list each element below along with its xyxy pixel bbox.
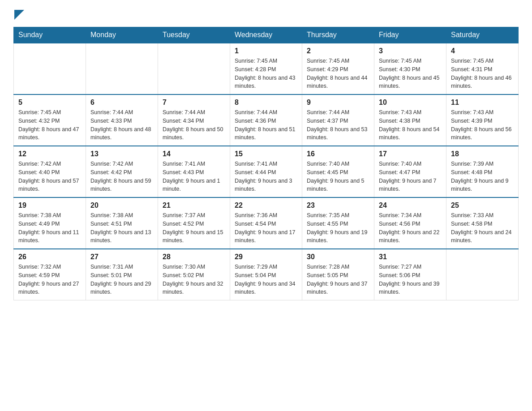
day-info: Sunrise: 7:27 AM Sunset: 5:06 PM Dayligh… <box>379 263 442 296</box>
day-info: Sunrise: 7:44 AM Sunset: 4:37 PM Dayligh… <box>307 108 369 142</box>
calendar-week-row: 19Sunrise: 7:38 AM Sunset: 4:49 PM Dayli… <box>14 197 519 249</box>
calendar-cell: 19Sunrise: 7:38 AM Sunset: 4:49 PM Dayli… <box>14 197 86 249</box>
day-info: Sunrise: 7:28 AM Sunset: 5:05 PM Dayligh… <box>307 263 369 296</box>
day-number: 14 <box>163 150 225 158</box>
day-info: Sunrise: 7:38 AM Sunset: 4:49 PM Dayligh… <box>18 211 81 245</box>
calendar-cell: 29Sunrise: 7:29 AM Sunset: 5:04 PM Dayli… <box>230 249 302 300</box>
day-number: 30 <box>307 253 369 261</box>
calendar-cell: 27Sunrise: 7:31 AM Sunset: 5:01 PM Dayli… <box>86 249 158 300</box>
header-thursday: Thursday <box>302 27 374 43</box>
calendar-table: SundayMondayTuesdayWednesdayThursdayFrid… <box>13 27 519 300</box>
day-info: Sunrise: 7:40 AM Sunset: 4:47 PM Dayligh… <box>379 160 442 193</box>
calendar-cell: 28Sunrise: 7:30 AM Sunset: 5:02 PM Dayli… <box>158 249 230 300</box>
calendar-week-row: 5Sunrise: 7:45 AM Sunset: 4:32 PM Daylig… <box>14 94 519 146</box>
calendar-cell <box>446 249 519 300</box>
day-info: Sunrise: 7:44 AM Sunset: 4:33 PM Dayligh… <box>90 108 153 142</box>
logo <box>13 9 24 18</box>
calendar-cell: 12Sunrise: 7:42 AM Sunset: 4:40 PM Dayli… <box>14 146 86 197</box>
calendar-cell: 31Sunrise: 7:27 AM Sunset: 5:06 PM Dayli… <box>374 249 446 300</box>
day-number: 5 <box>18 98 81 107</box>
day-number: 2 <box>307 47 369 55</box>
calendar-header-row: SundayMondayTuesdayWednesdayThursdayFrid… <box>14 27 519 43</box>
day-info: Sunrise: 7:37 AM Sunset: 4:52 PM Dayligh… <box>163 211 225 245</box>
calendar-cell: 5Sunrise: 7:45 AM Sunset: 4:32 PM Daylig… <box>14 94 86 146</box>
calendar-cell: 11Sunrise: 7:43 AM Sunset: 4:39 PM Dayli… <box>446 94 519 146</box>
day-number: 18 <box>451 150 514 158</box>
calendar-cell: 23Sunrise: 7:35 AM Sunset: 4:55 PM Dayli… <box>302 197 374 249</box>
day-info: Sunrise: 7:30 AM Sunset: 5:02 PM Dayligh… <box>163 263 225 296</box>
calendar-week-row: 12Sunrise: 7:42 AM Sunset: 4:40 PM Dayli… <box>14 146 519 197</box>
day-number: 7 <box>163 98 225 107</box>
day-info: Sunrise: 7:45 AM Sunset: 4:30 PM Dayligh… <box>379 57 442 90</box>
calendar-cell: 17Sunrise: 7:40 AM Sunset: 4:47 PM Dayli… <box>374 146 446 197</box>
calendar-cell: 25Sunrise: 7:33 AM Sunset: 4:58 PM Dayli… <box>446 197 519 249</box>
day-info: Sunrise: 7:44 AM Sunset: 4:36 PM Dayligh… <box>235 108 297 142</box>
header-monday: Monday <box>86 27 158 43</box>
day-info: Sunrise: 7:42 AM Sunset: 4:40 PM Dayligh… <box>18 160 81 193</box>
day-number: 16 <box>307 150 369 158</box>
page-header <box>13 9 519 18</box>
day-number: 6 <box>90 98 153 107</box>
day-info: Sunrise: 7:41 AM Sunset: 4:43 PM Dayligh… <box>163 160 225 193</box>
day-info: Sunrise: 7:45 AM Sunset: 4:28 PM Dayligh… <box>235 57 297 90</box>
day-number: 3 <box>379 47 442 55</box>
calendar-cell: 22Sunrise: 7:36 AM Sunset: 4:54 PM Dayli… <box>230 197 302 249</box>
day-number: 9 <box>307 98 369 107</box>
day-number: 23 <box>307 201 369 210</box>
day-number: 15 <box>235 150 297 158</box>
day-number: 26 <box>18 253 81 261</box>
calendar-cell <box>86 43 158 94</box>
day-number: 31 <box>379 253 442 261</box>
day-number: 8 <box>235 98 297 107</box>
day-info: Sunrise: 7:44 AM Sunset: 4:34 PM Dayligh… <box>163 108 225 142</box>
calendar-week-row: 26Sunrise: 7:32 AM Sunset: 4:59 PM Dayli… <box>14 249 519 300</box>
day-info: Sunrise: 7:39 AM Sunset: 4:48 PM Dayligh… <box>451 160 514 193</box>
calendar-cell: 2Sunrise: 7:45 AM Sunset: 4:29 PM Daylig… <box>302 43 374 94</box>
calendar-cell: 16Sunrise: 7:40 AM Sunset: 4:45 PM Dayli… <box>302 146 374 197</box>
day-number: 24 <box>379 201 442 210</box>
calendar-cell: 18Sunrise: 7:39 AM Sunset: 4:48 PM Dayli… <box>446 146 519 197</box>
day-info: Sunrise: 7:34 AM Sunset: 4:56 PM Dayligh… <box>379 211 442 245</box>
day-number: 25 <box>451 201 514 210</box>
calendar-cell: 26Sunrise: 7:32 AM Sunset: 4:59 PM Dayli… <box>14 249 86 300</box>
calendar-cell: 8Sunrise: 7:44 AM Sunset: 4:36 PM Daylig… <box>230 94 302 146</box>
day-number: 22 <box>235 201 297 210</box>
day-info: Sunrise: 7:45 AM Sunset: 4:31 PM Dayligh… <box>451 57 514 90</box>
day-number: 27 <box>90 253 153 261</box>
day-number: 1 <box>235 47 297 55</box>
day-number: 20 <box>90 201 153 210</box>
day-info: Sunrise: 7:32 AM Sunset: 4:59 PM Dayligh… <box>18 263 81 296</box>
header-friday: Friday <box>374 27 446 43</box>
calendar-cell: 3Sunrise: 7:45 AM Sunset: 4:30 PM Daylig… <box>374 43 446 94</box>
day-info: Sunrise: 7:45 AM Sunset: 4:32 PM Dayligh… <box>18 108 81 142</box>
header-tuesday: Tuesday <box>158 27 230 43</box>
day-number: 12 <box>18 150 81 158</box>
day-number: 13 <box>90 150 153 158</box>
day-number: 10 <box>379 98 442 107</box>
calendar-cell <box>158 43 230 94</box>
logo-triangle-icon <box>14 10 24 20</box>
header-saturday: Saturday <box>446 27 519 43</box>
svg-marker-0 <box>14 10 24 20</box>
day-info: Sunrise: 7:43 AM Sunset: 4:39 PM Dayligh… <box>451 108 514 142</box>
day-info: Sunrise: 7:40 AM Sunset: 4:45 PM Dayligh… <box>307 160 369 193</box>
calendar-cell: 7Sunrise: 7:44 AM Sunset: 4:34 PM Daylig… <box>158 94 230 146</box>
day-info: Sunrise: 7:36 AM Sunset: 4:54 PM Dayligh… <box>235 211 297 245</box>
day-info: Sunrise: 7:45 AM Sunset: 4:29 PM Dayligh… <box>307 57 369 90</box>
day-number: 4 <box>451 47 514 55</box>
header-sunday: Sunday <box>14 27 86 43</box>
day-info: Sunrise: 7:42 AM Sunset: 4:42 PM Dayligh… <box>90 160 153 193</box>
day-info: Sunrise: 7:38 AM Sunset: 4:51 PM Dayligh… <box>90 211 153 245</box>
day-info: Sunrise: 7:33 AM Sunset: 4:58 PM Dayligh… <box>451 211 514 245</box>
calendar-cell: 10Sunrise: 7:43 AM Sunset: 4:38 PM Dayli… <box>374 94 446 146</box>
calendar-cell: 15Sunrise: 7:41 AM Sunset: 4:44 PM Dayli… <box>230 146 302 197</box>
calendar-cell: 20Sunrise: 7:38 AM Sunset: 4:51 PM Dayli… <box>86 197 158 249</box>
calendar-cell: 13Sunrise: 7:42 AM Sunset: 4:42 PM Dayli… <box>86 146 158 197</box>
calendar-cell: 24Sunrise: 7:34 AM Sunset: 4:56 PM Dayli… <box>374 197 446 249</box>
header-wednesday: Wednesday <box>230 27 302 43</box>
calendar-cell: 1Sunrise: 7:45 AM Sunset: 4:28 PM Daylig… <box>230 43 302 94</box>
day-number: 29 <box>235 253 297 261</box>
calendar-cell: 14Sunrise: 7:41 AM Sunset: 4:43 PM Dayli… <box>158 146 230 197</box>
day-number: 19 <box>18 201 81 210</box>
day-number: 17 <box>379 150 442 158</box>
